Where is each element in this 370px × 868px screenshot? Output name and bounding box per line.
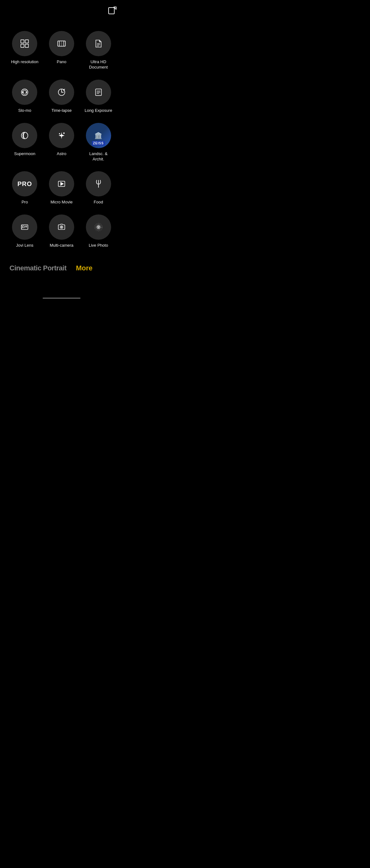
svg-rect-29	[23, 226, 25, 228]
mode-astro[interactable]: Astro	[46, 123, 77, 162]
modes-grid: High resolution Pano Ultra HD Document	[0, 18, 123, 255]
mode-label-long-exposure: Long Exposure	[85, 108, 112, 114]
mode-label-micro-movie: Micro Movie	[51, 199, 73, 205]
mode-label-food: Food	[94, 199, 103, 205]
mode-label-jovi-lens: Jovi Lens	[16, 243, 33, 248]
mode-live-photo[interactable]: Live Photo	[83, 215, 114, 248]
svg-point-13	[23, 92, 24, 93]
svg-point-14	[26, 92, 27, 93]
mode-micro-movie[interactable]: Micro Movie	[46, 171, 77, 205]
mode-jovi-lens[interactable]: Jovi Lens	[9, 215, 40, 248]
top-bar	[0, 0, 123, 18]
mode-ultra-hd-document[interactable]: Ultra HD Document	[83, 31, 114, 70]
mode-label-pano: Pano	[57, 59, 66, 65]
svg-rect-2	[21, 40, 24, 43]
mode-time-lapse[interactable]: Time-lapse	[46, 80, 77, 114]
mode-food[interactable]: Food	[83, 171, 114, 205]
mode-slo-mo[interactable]: Slo-mo	[9, 80, 40, 114]
bottom-bar: Cinematic Portrait More	[0, 255, 123, 279]
svg-point-24	[59, 133, 60, 134]
mode-label-high-resolution: High resolution	[11, 59, 38, 65]
mode-supermoon[interactable]: Supermoon	[9, 123, 40, 162]
home-indicator	[43, 298, 80, 299]
mode-long-exposure[interactable]: Long Exposure	[83, 80, 114, 114]
svg-rect-4	[21, 44, 24, 48]
mode-pano[interactable]: Pano	[46, 31, 77, 70]
mode-label-slo-mo: Slo-mo	[18, 108, 31, 114]
svg-marker-26	[61, 183, 63, 185]
svg-point-36	[98, 227, 99, 228]
more-label[interactable]: More	[76, 264, 93, 272]
mode-pro[interactable]: PRO Pro	[9, 171, 40, 205]
mode-high-resolution[interactable]: High resolution	[9, 31, 40, 70]
svg-rect-0	[109, 7, 114, 14]
mode-label-landsc-archit: Landsc. & Archit.	[83, 151, 114, 162]
mode-label-astro: Astro	[57, 151, 66, 157]
svg-point-23	[63, 133, 64, 134]
svg-point-22	[22, 132, 28, 139]
edit-icon[interactable]	[108, 6, 117, 15]
svg-rect-3	[25, 40, 28, 43]
svg-point-34	[61, 227, 62, 228]
cinematic-portrait-label[interactable]: Cinematic Portrait	[9, 264, 67, 272]
mode-label-pro: Pro	[22, 199, 28, 205]
mode-multi-camera[interactable]: Multi-camera	[46, 215, 77, 248]
mode-label-live-photo: Live Photo	[89, 243, 108, 248]
mode-label-multi-camera: Multi-camera	[49, 243, 73, 248]
svg-rect-30	[26, 226, 27, 227]
mode-label-supermoon: Supermoon	[14, 151, 35, 157]
mode-label-ultra-hd-document: Ultra HD Document	[83, 59, 114, 70]
mode-landsc-archit[interactable]: 🏛️ ZEISS Landsc. & Archit.	[83, 123, 114, 162]
svg-rect-5	[25, 44, 28, 48]
mode-label-time-lapse: Time-lapse	[52, 108, 72, 114]
